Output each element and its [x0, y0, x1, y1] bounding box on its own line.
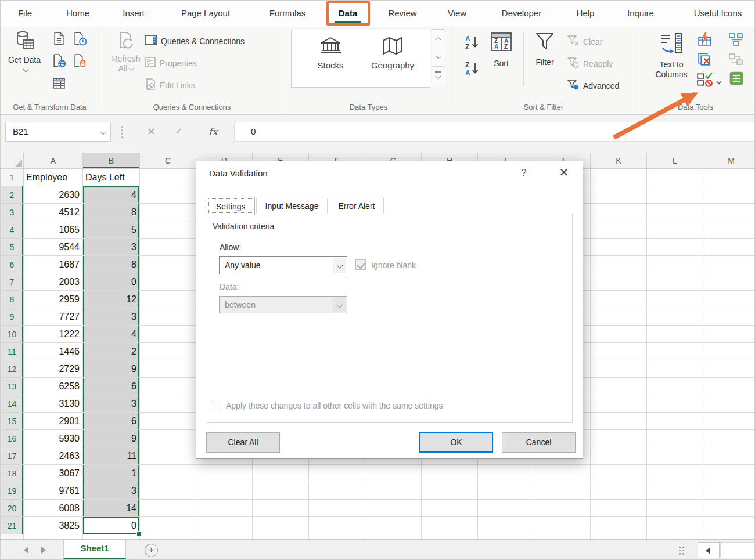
cell-B4[interactable]: 5 — [83, 221, 140, 239]
cell-C16[interactable] — [140, 430, 196, 447]
select-all-button[interactable] — [1, 153, 24, 169]
column-header-C[interactable]: C — [140, 153, 196, 169]
sort-descending-button[interactable]: ZA — [464, 60, 480, 79]
cell-L16[interactable] — [647, 430, 703, 447]
cell-B10[interactable]: 4 — [83, 326, 140, 343]
cell-A10[interactable]: 1222 — [24, 326, 83, 343]
tab-insert[interactable]: Insert — [123, 1, 145, 26]
cell-C13[interactable] — [140, 378, 196, 395]
column-header-L[interactable]: L — [647, 153, 703, 169]
cell-A5[interactable]: 9544 — [24, 239, 83, 256]
row-header-16[interactable]: 16 — [1, 430, 24, 447]
cell-B14[interactable]: 3 — [83, 395, 140, 413]
row-header-17[interactable]: 17 — [1, 447, 24, 465]
gallery-scroll-down-button[interactable] — [432, 48, 444, 67]
insert-function-icon[interactable]: fx — [208, 122, 218, 142]
sort-ascending-button[interactable]: AZ — [464, 34, 480, 53]
cell-C17[interactable] — [140, 447, 196, 465]
cell-K1[interactable] — [591, 169, 647, 186]
tab-view[interactable]: View — [448, 1, 466, 26]
cell-C4[interactable] — [140, 221, 196, 239]
cell-F21[interactable] — [309, 517, 365, 534]
cell-K17[interactable] — [591, 447, 647, 465]
cell-K19[interactable] — [591, 482, 647, 500]
column-header-K[interactable]: K — [591, 153, 647, 169]
dropdown-chevron-icon[interactable] — [333, 297, 346, 312]
previous-sheet-arrow-icon[interactable] — [24, 547, 28, 554]
cell-B3[interactable]: 8 — [83, 204, 140, 221]
cell-K3[interactable] — [591, 204, 647, 221]
cell-F19[interactable] — [309, 482, 365, 500]
cell-M20[interactable] — [703, 500, 755, 517]
relationships-button[interactable] — [728, 52, 743, 69]
cell-M8[interactable] — [703, 291, 755, 308]
cell-I20[interactable] — [478, 500, 534, 517]
cell-J19[interactable] — [534, 482, 591, 500]
cell-L6[interactable] — [647, 256, 703, 273]
cell-D22[interactable] — [196, 534, 253, 539]
cell-H19[interactable] — [422, 482, 478, 500]
cell-L17[interactable] — [647, 447, 703, 465]
name-box-chevron-icon[interactable] — [100, 129, 106, 135]
cell-B17[interactable]: 11 — [83, 447, 140, 465]
cell-A9[interactable]: 7727 — [24, 308, 83, 326]
cell-K10[interactable] — [591, 326, 647, 343]
flash-fill-button[interactable] — [697, 31, 713, 49]
cell-A2[interactable]: 2630 — [24, 186, 83, 204]
cell-C15[interactable] — [140, 413, 196, 430]
tab-useful-icons[interactable]: Useful Icons — [694, 1, 742, 26]
cell-A3[interactable]: 4512 — [24, 204, 83, 221]
cell-L12[interactable] — [647, 360, 703, 378]
cell-C14[interactable] — [140, 395, 196, 413]
column-header-B[interactable]: B — [83, 153, 140, 169]
cell-C11[interactable] — [140, 343, 196, 360]
queries-connections-button[interactable]: Queries & Connections — [145, 34, 245, 48]
cell-D18[interactable] — [196, 465, 253, 482]
cell-M18[interactable] — [703, 465, 755, 482]
cell-G19[interactable] — [365, 482, 422, 500]
cell-A16[interactable]: 5930 — [24, 430, 83, 447]
gallery-more-button[interactable] — [432, 66, 444, 85]
sort-button[interactable]: ZAAZ Sort — [486, 30, 516, 68]
data-dropdown[interactable]: between — [219, 296, 347, 313]
cell-F20[interactable] — [309, 500, 365, 517]
cell-A22[interactable] — [24, 534, 83, 539]
cell-J20[interactable] — [534, 500, 591, 517]
cell-C8[interactable] — [140, 291, 196, 308]
cell-J18[interactable] — [534, 465, 591, 482]
cell-L19[interactable] — [647, 482, 703, 500]
cell-M1[interactable] — [703, 169, 755, 186]
cell-J21[interactable] — [534, 517, 591, 534]
filter-button[interactable]: Filter — [530, 30, 560, 67]
cell-C22[interactable] — [140, 534, 196, 539]
stocks-button[interactable]: Stocks — [304, 34, 357, 70]
sheet-tab-sheet1[interactable]: Sheet1 — [63, 540, 126, 559]
edit-links-button[interactable]: Edit Links — [145, 78, 195, 92]
cell-F22[interactable] — [309, 534, 365, 539]
dialog-tab-error-alert[interactable]: Error Alert — [329, 198, 384, 214]
data-validation-button[interactable] — [696, 71, 713, 91]
cell-B5[interactable]: 3 — [83, 239, 140, 256]
cell-K22[interactable] — [591, 534, 647, 539]
cell-I19[interactable] — [478, 482, 534, 500]
cell-L10[interactable] — [647, 326, 703, 343]
gallery-scroll-up-button[interactable] — [432, 29, 444, 48]
cell-M15[interactable] — [703, 413, 755, 430]
cell-M9[interactable] — [703, 308, 755, 326]
apply-changes-checkbox[interactable] — [211, 400, 221, 410]
row-header-7[interactable]: 7 — [1, 273, 24, 291]
cell-C3[interactable] — [140, 204, 196, 221]
column-header-M[interactable]: M — [703, 153, 755, 169]
cell-B16[interactable]: 9 — [83, 430, 140, 447]
row-header-5[interactable]: 5 — [1, 239, 24, 256]
cell-L11[interactable] — [647, 343, 703, 360]
allow-dropdown[interactable]: Any value — [219, 256, 347, 274]
row-header-12[interactable]: 12 — [1, 360, 24, 378]
cell-M2[interactable] — [703, 186, 755, 204]
cell-I22[interactable] — [478, 534, 534, 539]
cell-K15[interactable] — [591, 413, 647, 430]
cell-K5[interactable] — [591, 239, 647, 256]
geography-button[interactable]: Geography — [360, 34, 425, 70]
cell-A21[interactable]: 3825 — [24, 517, 83, 534]
cell-L22[interactable] — [647, 534, 703, 539]
